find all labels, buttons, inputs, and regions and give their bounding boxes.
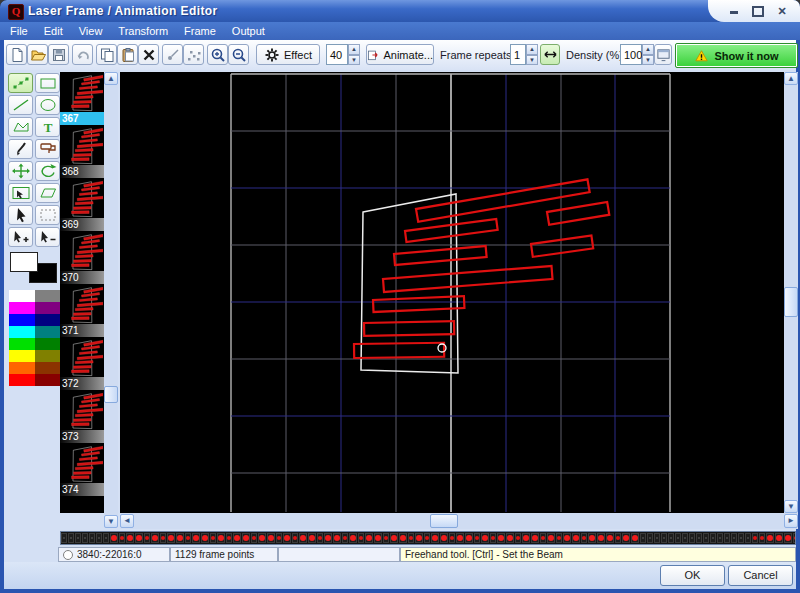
close-icon[interactable]: ✕: [776, 5, 788, 17]
tool-cursor[interactable]: [8, 205, 33, 225]
timeline-cell-frame[interactable]: [415, 533, 423, 543]
frame-scroll-thumb[interactable]: [104, 386, 118, 403]
timeline-cell-frame[interactable]: [349, 533, 357, 543]
frame-label[interactable]: 370: [60, 271, 104, 284]
frame-item[interactable]: 373: [60, 390, 104, 443]
frame-label[interactable]: 372: [60, 377, 104, 390]
ok-button[interactable]: OK: [660, 565, 725, 586]
timeline-cell-frame[interactable]: [572, 533, 580, 543]
timeline-cell-empty[interactable]: [661, 533, 667, 543]
frame-item[interactable]: 367: [60, 72, 104, 125]
palette-swatch[interactable]: [35, 350, 61, 362]
timeline-cell-frame[interactable]: [775, 533, 783, 543]
timeline-cell-frame[interactable]: [135, 533, 143, 543]
spin-up-icon[interactable]: ▲: [348, 44, 360, 55]
timeline-cell-frame[interactable]: [185, 533, 191, 543]
palette-swatch[interactable]: [35, 338, 61, 350]
frame-list-scrollbar[interactable]: ▲ ▼: [104, 72, 118, 528]
frame-item[interactable]: 374: [60, 443, 104, 496]
timeline-cell-empty[interactable]: [731, 533, 737, 543]
timeline-cell-frame[interactable]: [506, 533, 514, 543]
timeline-cell-frame[interactable]: [226, 533, 232, 543]
canvas-vscrollbar[interactable]: ▲ ▼: [784, 72, 798, 513]
timeline-cell-empty[interactable]: [738, 533, 744, 543]
timeline-cell-frame[interactable]: [317, 533, 323, 543]
paste-button[interactable]: [117, 44, 138, 65]
timeline-cell-frame[interactable]: [324, 533, 332, 543]
scroll-right-icon[interactable]: ►: [784, 514, 798, 528]
timeline-cell-frame[interactable]: [192, 533, 200, 543]
timeline-cell-empty[interactable]: [640, 533, 646, 543]
timeline-cell-empty[interactable]: [710, 533, 716, 543]
tool-freehand-point[interactable]: [8, 73, 33, 93]
frame-thumbnail[interactable]: [61, 443, 103, 483]
tool-select-frame[interactable]: [8, 183, 33, 203]
frame-thumbnail[interactable]: [61, 72, 103, 112]
timeline-cell-frame[interactable]: [160, 533, 166, 543]
timeline-cell-frame[interactable]: [588, 533, 596, 543]
frame-repeats-spinner[interactable]: 1 ▲▼: [510, 44, 538, 65]
timeline-cell-empty[interactable]: [82, 533, 88, 543]
palette-swatch[interactable]: [9, 374, 35, 386]
timeline-cell-frame[interactable]: [497, 533, 505, 543]
timeline-cell-empty[interactable]: [103, 533, 109, 543]
point-mode-button[interactable]: [162, 44, 183, 65]
canvas-hscrollbar[interactable]: ◄ ►: [120, 513, 798, 529]
palette-swatch[interactable]: [35, 302, 61, 314]
timeline-cell-empty[interactable]: [724, 533, 730, 543]
palette-swatch[interactable]: [9, 350, 35, 362]
timeline-cell-frame[interactable]: [449, 533, 455, 543]
palette-swatch[interactable]: [35, 326, 61, 338]
scroll-up-icon[interactable]: ▲: [104, 72, 118, 85]
undo-button[interactable]: [72, 44, 93, 65]
timeline-cell-frame[interactable]: [522, 533, 530, 543]
timeline-cell-frame[interactable]: [399, 533, 407, 543]
frame-item[interactable]: 370: [60, 231, 104, 284]
timeline-cell-empty[interactable]: [717, 533, 723, 543]
tool-remove-point[interactable]: [35, 227, 60, 247]
timeline-cell-frame[interactable]: [333, 533, 341, 543]
frame-item[interactable]: 369: [60, 178, 104, 231]
timeline-cell-frame[interactable]: [267, 533, 275, 543]
frame-repeats-value[interactable]: 1: [510, 44, 526, 65]
timeline-cell-empty[interactable]: [654, 533, 660, 543]
palette-swatch[interactable]: [9, 314, 35, 326]
frame-item[interactable]: 368: [60, 125, 104, 178]
minimize-icon[interactable]: [728, 5, 740, 17]
timeline-cell-frame[interactable]: [299, 533, 307, 543]
save-button[interactable]: [48, 44, 69, 65]
frame-label[interactable]: 374: [60, 483, 104, 496]
timeline-cell-empty[interactable]: [89, 533, 95, 543]
points-mode-button[interactable]: [183, 44, 204, 65]
spin-down-icon[interactable]: ▼: [348, 55, 360, 66]
timeline-cell-frame[interactable]: [465, 533, 473, 543]
timeline-cell-frame[interactable]: [440, 533, 448, 543]
timeline-cell-frame[interactable]: [201, 533, 209, 543]
timeline-cell-frame[interactable]: [752, 533, 758, 543]
timeline-cell-empty[interactable]: [675, 533, 681, 543]
timeline-cell-frame[interactable]: [342, 533, 348, 543]
tool-polygon[interactable]: [8, 117, 33, 137]
timeline-cell-frame[interactable]: [210, 533, 216, 543]
timeline-cell-frame[interactable]: [431, 533, 439, 543]
density-value[interactable]: 100: [620, 44, 642, 65]
canvas-vscroll-thumb[interactable]: [784, 287, 798, 317]
frame-label[interactable]: 368: [60, 165, 104, 178]
timeline-cell-frame[interactable]: [151, 533, 159, 543]
spin-up-icon[interactable]: ▲: [526, 44, 538, 55]
new-button[interactable]: [6, 44, 27, 65]
foreground-color-well[interactable]: [10, 252, 38, 272]
palette-swatch[interactable]: [9, 302, 35, 314]
timeline-cell-frame[interactable]: [490, 533, 496, 543]
menu-view[interactable]: View: [79, 25, 103, 37]
open-button[interactable]: [27, 44, 48, 65]
title-bar[interactable]: Q Laser Frame / Animation Editor ✕: [0, 0, 800, 22]
frame-timeline[interactable]: [60, 531, 796, 545]
timeline-cell-frame[interactable]: [251, 533, 257, 543]
menu-edit[interactable]: Edit: [44, 25, 63, 37]
drawing-canvas[interactable]: [120, 72, 784, 513]
timeline-cell-frame[interactable]: [456, 533, 464, 543]
timeline-cell-frame[interactable]: [119, 533, 125, 543]
timeline-cell-frame[interactable]: [474, 533, 480, 543]
scroll-left-icon[interactable]: ◄: [120, 514, 134, 528]
